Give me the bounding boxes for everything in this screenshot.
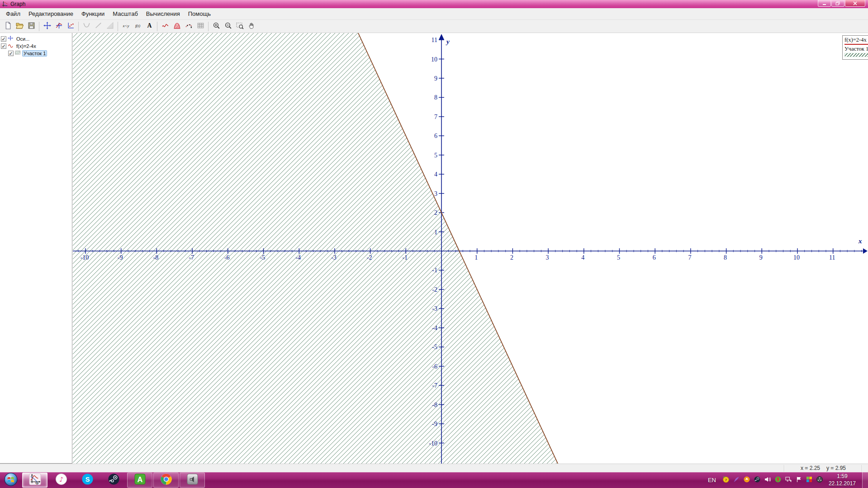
feather-tray-icon[interactable]: [733, 476, 740, 485]
svg-text:10: 10: [431, 56, 437, 63]
taskbar-button-itunes-app[interactable]: ♪: [48, 473, 74, 488]
pan-hand-button[interactable]: [246, 21, 257, 32]
network-tray-icon[interactable]: [785, 476, 792, 485]
cursor-x-value: x = 2.25: [801, 465, 820, 471]
taskbar-button-aimp-app[interactable]: A: [127, 473, 152, 488]
trendline-button[interactable]: [160, 21, 171, 32]
plot-legend: f(x)=2-4xУчасток 1: [842, 35, 868, 60]
close-button[interactable]: [845, 0, 865, 7]
graph-app-logo-icon: [2, 1, 8, 7]
function-list-panel: ✓Оси...✓f(x)=2-4x✓Участок 1: [0, 33, 72, 464]
actioncenter-flag-icon[interactable]: [795, 476, 802, 485]
zoom-out-button[interactable]: [223, 21, 233, 32]
checkbox-axes[interactable]: ✓: [1, 36, 6, 42]
statusbar-separator: [862, 465, 862, 472]
menu-zoom[interactable]: Масштаб: [109, 9, 142, 19]
volume-tray-icon[interactable]: [764, 476, 771, 485]
steam-tray-icon[interactable]: [754, 476, 761, 485]
point-series-axes-icon: [67, 22, 75, 31]
start-button[interactable]: [0, 472, 22, 488]
save-button[interactable]: [26, 21, 37, 32]
new-button[interactable]: [2, 21, 13, 32]
axes-curve-button[interactable]: [53, 21, 64, 32]
svg-text:3: 3: [434, 190, 437, 197]
taskbar-button-chrome-app[interactable]: [153, 473, 179, 488]
svg-text:-2: -2: [432, 286, 437, 293]
coin7-tray-icon[interactable]: 7: [722, 476, 730, 485]
menu-edit[interactable]: Редактирование: [24, 9, 77, 19]
cursor-y-value: y = 2.95: [826, 465, 846, 471]
svg-text:S: S: [85, 476, 90, 483]
open-button[interactable]: [14, 21, 25, 32]
taskbar-button-skype-app[interactable]: S: [75, 473, 100, 488]
restore-button[interactable]: [831, 0, 844, 7]
table-button: [195, 21, 206, 32]
relation-xy-button[interactable]: x<y: [120, 21, 131, 32]
update-tray-icon[interactable]: [743, 476, 750, 485]
antivirus-tray-icon[interactable]: [774, 476, 782, 485]
insert-point-series-icon: [185, 22, 193, 31]
chrome-icon: [160, 473, 172, 487]
function-ft-button[interactable]: f(t): [132, 21, 143, 32]
axes-settings-button[interactable]: [42, 21, 52, 32]
plot-svg[interactable]: -10-9-8-7-6-5-4-3-2-11234567891011-10-9-…: [73, 33, 868, 464]
svg-text:-10: -10: [81, 254, 89, 261]
taskbar-button-graph-app[interactable]: G: [22, 473, 47, 488]
svg-text:-4: -4: [295, 254, 301, 261]
content: ✓Оси...✓f(x)=2-4x✓Участок 1 -10-9-8-7-6-…: [0, 33, 868, 464]
menu-file[interactable]: Файл: [2, 9, 24, 19]
zoom-out-icon: [224, 22, 232, 31]
menu-calculations[interactable]: Вычисления: [142, 9, 184, 19]
sidebar-item-shading[interactable]: ✓Участок 1: [8, 50, 71, 57]
svg-text:8: 8: [724, 254, 727, 261]
menu-functions[interactable]: Функции: [77, 9, 109, 19]
steam-icon: [108, 473, 120, 487]
zoom-window-button[interactable]: [234, 21, 245, 32]
svg-text:x: x: [858, 237, 862, 245]
shading-gray-icon: [106, 22, 114, 31]
itunes-icon: ♪: [55, 473, 67, 487]
clock[interactable]: 1:59 22.12.2017: [829, 473, 856, 487]
sidebar-item-function[interactable]: ✓f(x)=2-4x: [1, 43, 71, 49]
svg-text:y: y: [446, 38, 450, 45]
svg-text:-10: -10: [429, 440, 437, 447]
show-desktop-button[interactable]: [862, 472, 868, 488]
sidebar-item-axes[interactable]: ✓Оси...: [1, 35, 71, 42]
point-series-axes-button[interactable]: [65, 21, 76, 32]
toolbar-separator: [208, 22, 209, 31]
taskbar: G♪SA EN 7 1:59 22.12.2017: [0, 472, 868, 488]
pan-hand-icon: [248, 22, 256, 31]
avg-grid-tray-icon[interactable]: [806, 476, 813, 485]
svg-text:-1: -1: [402, 254, 408, 261]
label-button[interactable]: A: [144, 21, 155, 32]
language-indicator[interactable]: EN: [708, 477, 716, 483]
toolbar-separator: [157, 22, 157, 31]
save-icon: [28, 22, 35, 31]
svg-text:f(t): f(t): [135, 23, 140, 28]
svg-text:7: 7: [688, 254, 691, 261]
sidebar-label-shading[interactable]: Участок 1: [22, 50, 47, 57]
sidebar-label-axes[interactable]: Оси...: [15, 36, 31, 42]
checkbox-shading[interactable]: ✓: [8, 51, 14, 56]
insert-shading-button[interactable]: [171, 21, 182, 32]
svg-text:-9: -9: [118, 254, 123, 261]
svg-text:A: A: [147, 22, 152, 29]
reel-tray-icon[interactable]: [816, 476, 823, 485]
svg-text:5: 5: [617, 254, 620, 261]
legend-item-function: f(x)=2-4x: [844, 37, 868, 45]
svg-text:-4: -4: [432, 325, 437, 332]
plot-canvas[interactable]: -10-9-8-7-6-5-4-3-2-11234567891011-10-9-…: [73, 33, 868, 464]
svg-text:2: 2: [510, 254, 513, 261]
taskbar-button-speaker-app[interactable]: [180, 473, 205, 488]
svg-text:-9: -9: [432, 421, 437, 427]
minimize-button[interactable]: [818, 0, 831, 7]
checkbox-function[interactable]: ✓: [1, 43, 6, 49]
menu-help[interactable]: Помощь: [184, 9, 215, 19]
svg-text:3: 3: [546, 254, 549, 261]
svg-text:6: 6: [653, 254, 656, 261]
sidebar-label-function[interactable]: f(x)=2-4x: [15, 43, 38, 49]
axes-small-icon: [7, 36, 14, 42]
insert-point-series-button[interactable]: [183, 21, 194, 32]
zoom-in-button[interactable]: [211, 21, 222, 32]
taskbar-button-steam-app[interactable]: [101, 473, 126, 488]
